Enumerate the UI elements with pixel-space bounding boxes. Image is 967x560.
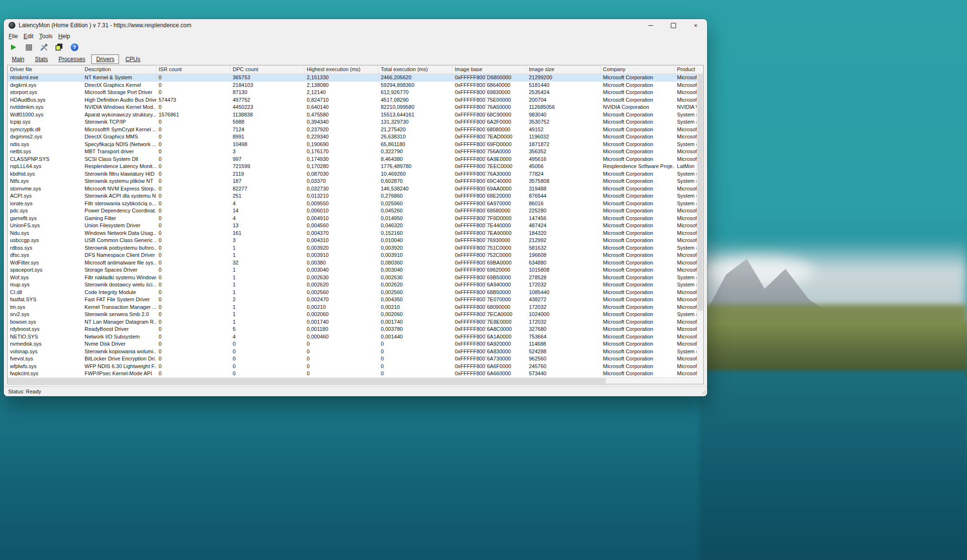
tab-cpus[interactable]: CPUs bbox=[121, 55, 144, 63]
table-row[interactable]: HDAudBus.sysHigh Definition Audio Bus Dr… bbox=[8, 96, 703, 104]
cell-isr-count: 0 bbox=[156, 156, 230, 163]
column-header-total-execution-ms[interactable]: Total execution (ms) bbox=[378, 65, 452, 74]
cell-highest-execution-ms: 0,087030 bbox=[304, 170, 378, 178]
table-row[interactable]: srv2.sysSterownik serwera Smb 2.0010,002… bbox=[8, 311, 703, 318]
tab-processes[interactable]: Processes bbox=[54, 55, 89, 63]
table-row[interactable]: pdc.sysPower Dependency Coordinat...0140… bbox=[8, 207, 703, 215]
horizontal-scrollbar[interactable] bbox=[8, 377, 703, 384]
cell-highest-execution-ms: 0,000460 bbox=[304, 333, 378, 341]
start-monitor-button[interactable] bbox=[9, 42, 18, 52]
cell-dpc-count: 365753 bbox=[230, 74, 304, 82]
table-row[interactable]: Wdf01000.sysAparat wykonawczy struktury.… bbox=[8, 111, 703, 119]
table-row[interactable]: storport.sysMicrosoft Storage Port Drive… bbox=[8, 89, 703, 96]
table-row[interactable]: netbt.sysMBT Transport driver030,1761700… bbox=[8, 148, 703, 156]
cell-description: Microsoft Storage Port Driver bbox=[82, 89, 156, 96]
tab-main[interactable]: Main bbox=[8, 55, 29, 63]
table-row[interactable]: rdyboost.sysReadyBoost Driver050,0011800… bbox=[8, 326, 703, 333]
table-row[interactable]: bowser.sysNT Lan Manager Datagram R...01… bbox=[8, 318, 703, 326]
table-row[interactable]: mup.sysSterownik dostawcy wielu ści...01… bbox=[8, 281, 703, 289]
help-button[interactable]: ? bbox=[70, 42, 79, 52]
table-row[interactable]: fvevol.sysBitLocker Drive Encryption Dri… bbox=[8, 355, 703, 363]
table-row[interactable]: gameflt.sysGaming Filter040,0049100,0149… bbox=[8, 215, 703, 222]
table-row[interactable]: Ntfs.sysSterownik systemu plików NT01870… bbox=[8, 178, 703, 185]
column-header-dpc-count[interactable]: DPC count bbox=[230, 65, 304, 74]
cell-company: Microsoft Corporation bbox=[601, 156, 675, 163]
table-row[interactable]: kbdhid.sysSterownik filtru klawiatury HI… bbox=[8, 170, 703, 178]
cell-total-execution-ms: 0,322790 bbox=[378, 148, 452, 156]
column-header-image-base[interactable]: Image base bbox=[452, 65, 526, 74]
table-row[interactable]: volsnap.sysSterownik kopiowania wolumi..… bbox=[8, 348, 703, 356]
cell-isr-count: 0 bbox=[156, 170, 230, 178]
table-row[interactable]: nvmedisk.sysNvme Disk Driver00000xFFFFF8… bbox=[8, 340, 703, 348]
cell-company: Microsoft Corporation bbox=[601, 252, 675, 259]
wallpaper-landscape bbox=[699, 224, 967, 560]
menu-item-file[interactable]: File bbox=[6, 32, 21, 40]
vertical-scrollbar[interactable] bbox=[697, 74, 703, 378]
table-row[interactable]: dxgkrnl.sysDirectX Graphics Kernel021841… bbox=[8, 82, 703, 89]
table-row[interactable]: stornvme.sysMicrosoft NVM Express Storp.… bbox=[8, 185, 703, 193]
tools-icon bbox=[40, 43, 48, 52]
menu-item-help[interactable]: Help bbox=[55, 32, 73, 40]
column-header-company[interactable]: Company bbox=[601, 65, 675, 74]
column-header-driver-file[interactable]: Driver file bbox=[8, 65, 82, 74]
column-header-description[interactable]: Description bbox=[82, 65, 156, 74]
column-header-highest-execution-ms[interactable]: Highest execution (ms) bbox=[304, 65, 378, 74]
cell-company: Microsoft Corporation bbox=[601, 304, 675, 311]
table-row[interactable]: ntoskrnl.exeNT Kernel & System03657532,1… bbox=[8, 74, 703, 82]
table-row[interactable]: dxgmms2.sysDirectX Graphics MMS089910,22… bbox=[8, 133, 703, 141]
cell-isr-count: 0 bbox=[156, 118, 230, 126]
tab-drivers[interactable]: Drivers bbox=[91, 54, 119, 64]
table-row[interactable]: UnionFS.sysUnion Filesystem Driver0130,0… bbox=[8, 222, 703, 230]
horizontal-scrollbar-thumb[interactable] bbox=[8, 378, 606, 383]
table-row[interactable]: wfplwfs.sysWFP NDIS 6.30 Lightweight F..… bbox=[8, 363, 703, 370]
menu-item-edit[interactable]: Edit bbox=[21, 32, 36, 40]
table-row[interactable]: NETIO.SYSNetwork I/O Subsystem040,000460… bbox=[8, 333, 703, 341]
options-button[interactable] bbox=[39, 42, 49, 52]
table-row[interactable]: fastfat.SYSFast FAT File System Driver02… bbox=[8, 296, 703, 304]
column-header-product[interactable]: Product bbox=[675, 65, 704, 74]
cell-isr-count: 0 bbox=[156, 230, 230, 237]
table-row[interactable]: Wof.sysFiltr nakładki systemu Windows010… bbox=[8, 274, 703, 282]
table-row[interactable]: iorate.sysFiltr sterowania szybkością o.… bbox=[8, 200, 703, 208]
table-row[interactable]: dfsc.sysDFS Namespace Client Driver010,0… bbox=[8, 252, 703, 259]
cell-image-base: 0xFFFFF800`68640000 bbox=[452, 82, 526, 89]
table-row[interactable]: fwpkclnt.sysFWP/IPsec Kernel-Mode API000… bbox=[8, 370, 703, 377]
cell-image-size: 753664 bbox=[526, 333, 601, 341]
cell-image-base: 0xFFFFF800`68C90000 bbox=[452, 111, 526, 119]
cell-isr-count: 0 bbox=[156, 304, 230, 311]
cell-highest-execution-ms: 0 bbox=[304, 363, 378, 370]
tab-stats[interactable]: Stats bbox=[31, 55, 52, 63]
copy-report-button[interactable] bbox=[54, 42, 64, 52]
table-row[interactable]: rspLLL64.sysResplendence Latency Monit..… bbox=[8, 163, 703, 170]
cell-total-execution-ms: 131,329730 bbox=[378, 118, 452, 126]
table-row[interactable]: tm.sysKernel Transaction Manager ...010,… bbox=[8, 304, 703, 311]
table-row[interactable]: CLASSPNP.SYSSCSI Class System Dll09970,1… bbox=[8, 156, 703, 163]
cell-image-size: 212992 bbox=[526, 237, 601, 244]
table-row[interactable]: Ndu.sysWindows Network Data Usag...01610… bbox=[8, 230, 703, 237]
maximize-button[interactable] bbox=[664, 19, 683, 32]
table-row[interactable]: spaceport.sysStorage Spaces Driver010,00… bbox=[8, 266, 703, 274]
table-row[interactable]: ACPI.sysSterownik ACPI dla systemu NT025… bbox=[8, 192, 703, 200]
close-button[interactable]: × bbox=[686, 19, 705, 32]
table-row[interactable]: usbccgp.sysUSB Common Class Generic ...0… bbox=[8, 237, 703, 244]
vertical-scrollbar-thumb[interactable] bbox=[698, 74, 703, 311]
cell-image-base: 0xFFFFF800`6A940000 bbox=[452, 281, 526, 289]
table-row[interactable]: symcryptk.dllMicrosoft® SymCrypt Kernel … bbox=[8, 126, 703, 134]
cell-total-execution-ms: 0,080360 bbox=[378, 259, 452, 267]
cell-company: Microsoft Corporation bbox=[601, 185, 675, 193]
cell-image-base: 0xFFFFF800`68080000 bbox=[452, 126, 526, 134]
resize-grip[interactable] bbox=[701, 390, 706, 395]
stop-monitor-button[interactable] bbox=[24, 42, 33, 52]
table-row[interactable]: CI.dllCode Integrity Module010,0025600,0… bbox=[8, 289, 703, 296]
column-header-isr-count[interactable]: ISR count bbox=[156, 65, 230, 74]
table-row[interactable]: rdbss.sysSterownik podsystemu buforo...0… bbox=[8, 244, 703, 252]
table-row[interactable]: nvlddmkm.sysNVIDIA Windows Kernel Mod...… bbox=[8, 104, 703, 111]
table-row[interactable]: tcpip.sysSterownik TCP/IP059880,39434013… bbox=[8, 118, 703, 126]
minimize-button[interactable] bbox=[641, 19, 660, 32]
table-row[interactable]: WdFilter.sysMicrosoft antimalware file s… bbox=[8, 259, 703, 267]
column-header-image-size[interactable]: Image size bbox=[526, 65, 601, 74]
menu-item-tools[interactable]: Tools bbox=[36, 32, 55, 40]
title-bar[interactable]: LatencyMon (Home Edition ) v 7.31 - http… bbox=[4, 19, 707, 32]
table-row[interactable]: ndis.sysSpecyfikacja NDIS (Network ...01… bbox=[8, 141, 703, 148]
cell-dpc-count: 87130 bbox=[230, 89, 304, 96]
